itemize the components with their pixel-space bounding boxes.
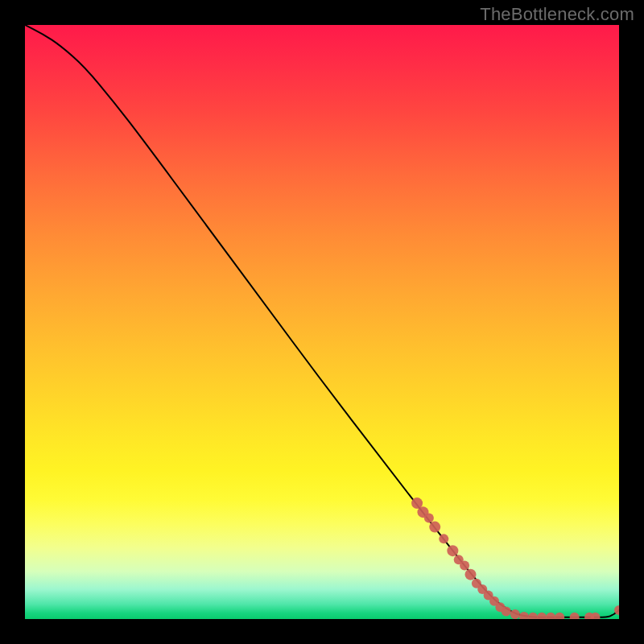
data-marker [439,534,448,543]
data-markers [411,497,619,619]
data-marker [424,514,434,523]
data-marker [465,569,477,580]
watermark-text: TheBottleneck.com [480,4,634,25]
bottleneck-curve [25,25,619,617]
data-marker [555,613,564,619]
data-marker [510,609,520,619]
data-marker [528,613,538,619]
data-marker [429,522,440,533]
chart-container: TheBottleneck.com [0,0,644,644]
plot-area [25,25,619,619]
curve-layer [25,25,619,619]
data-marker [519,612,529,619]
data-marker [570,613,580,619]
data-marker [502,606,511,616]
data-marker [537,613,547,619]
data-marker [546,613,555,619]
data-marker [447,545,458,556]
data-marker [460,561,469,571]
